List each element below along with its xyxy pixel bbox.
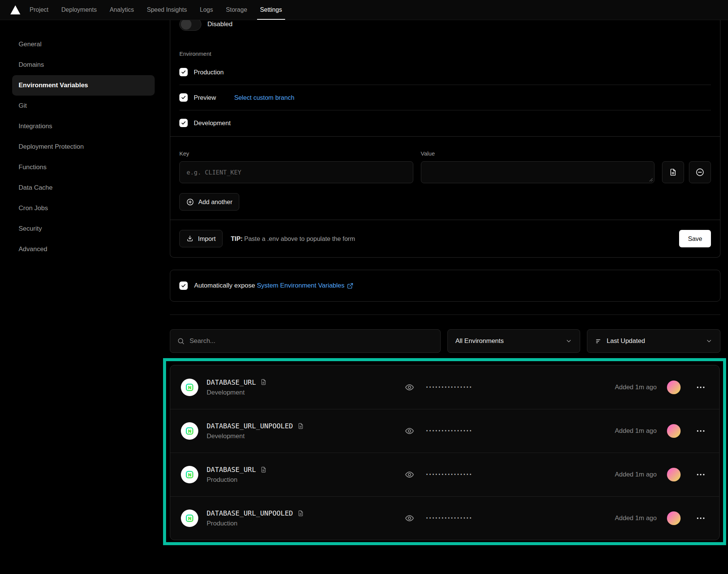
- row-menu-button[interactable]: [693, 423, 709, 439]
- sidebar-item-advanced[interactable]: Advanced: [12, 239, 155, 259]
- remove-row-button[interactable]: [689, 161, 711, 183]
- import-button[interactable]: Import: [179, 230, 223, 247]
- masked-value: •••••••••••••••: [426, 385, 473, 390]
- toggle-label: Disabled: [207, 20, 232, 28]
- preview-checkbox[interactable]: [179, 93, 188, 102]
- env-var-environment: Production: [207, 476, 267, 484]
- sort-dropdown[interactable]: Last Updated: [587, 329, 720, 353]
- file-text-icon[interactable]: [260, 466, 267, 473]
- select-custom-branch-link[interactable]: Select custom branch: [234, 94, 295, 101]
- avatar: [667, 424, 681, 438]
- neon-integration-icon: [181, 422, 198, 440]
- sidebar-item-cron-jobs[interactable]: Cron Jobs: [12, 198, 155, 219]
- avatar: [667, 381, 681, 394]
- row-menu-button[interactable]: [693, 379, 709, 395]
- environment-production-row: Production: [179, 60, 711, 85]
- preview-checkbox-label: Preview: [194, 94, 216, 101]
- table-row[interactable]: DATABASE_URL_UNPOOLED Development ••••••…: [170, 409, 719, 453]
- check-icon: [181, 69, 186, 75]
- sidebar-item-general[interactable]: General: [12, 34, 155, 55]
- masked-value: •••••••••••••••: [426, 516, 473, 521]
- annotation-highlight-box: DATABASE_URL Development •••••••••••••••…: [163, 358, 726, 545]
- file-icon: [669, 168, 677, 176]
- sidebar-item-git[interactable]: Git: [12, 96, 155, 116]
- nav-tab-analytics[interactable]: Analytics: [109, 0, 135, 20]
- section-divider: [170, 315, 720, 315]
- added-timestamp: Added 1m ago: [615, 471, 657, 478]
- sidebar-item-functions[interactable]: Functions: [12, 157, 155, 178]
- settings-sidebar: General Domains Environment Variables Gi…: [0, 20, 170, 259]
- table-row[interactable]: DATABASE_URL_UNPOOLED Production •••••••…: [170, 496, 719, 540]
- eye-icon[interactable]: [405, 426, 414, 436]
- environments-filter-dropdown[interactable]: All Environments: [447, 329, 580, 353]
- env-var-name: DATABASE_URL: [207, 378, 256, 386]
- eye-icon[interactable]: [405, 382, 414, 392]
- vercel-triangle-logo[interactable]: [10, 0, 20, 20]
- avatar: [667, 468, 681, 481]
- sort-lines-icon: [595, 338, 602, 345]
- nav-tab-settings[interactable]: Settings: [259, 0, 283, 20]
- key-input[interactable]: [179, 161, 413, 183]
- file-text-icon[interactable]: [297, 423, 304, 429]
- added-timestamp: Added 1m ago: [615, 384, 657, 391]
- system-env-link[interactable]: System Environment Variables: [257, 282, 353, 289]
- download-icon: [186, 235, 194, 242]
- nav-tab-project[interactable]: Project: [29, 0, 49, 20]
- eye-icon[interactable]: [405, 513, 414, 523]
- table-row[interactable]: DATABASE_URL Production ••••••••••••••• …: [170, 453, 719, 496]
- eye-icon[interactable]: [405, 470, 414, 480]
- nav-tabs: Project Deployments Analytics Speed Insi…: [29, 0, 283, 20]
- file-text-icon[interactable]: [260, 379, 267, 385]
- system-env-checkbox[interactable]: [179, 281, 188, 290]
- neon-integration-icon: [181, 466, 198, 483]
- value-label: Value: [421, 150, 655, 157]
- nav-tab-deployments[interactable]: Deployments: [61, 0, 97, 20]
- sidebar-item-environment-variables[interactable]: Environment Variables: [12, 75, 155, 96]
- table-row[interactable]: DATABASE_URL Development •••••••••••••••…: [170, 365, 719, 409]
- value-column: Value: [421, 150, 655, 183]
- env-variable-form-card: Disabled Environment Production Preview …: [170, 9, 720, 258]
- neon-integration-icon: [181, 379, 198, 396]
- key-column: Key: [179, 150, 413, 183]
- production-checkbox[interactable]: [179, 68, 188, 76]
- key-value-section: Key Value: [170, 136, 720, 220]
- row-menu-button[interactable]: [693, 467, 709, 483]
- file-text-icon[interactable]: [297, 510, 304, 517]
- avatar: [667, 511, 681, 525]
- nav-tab-speed-insights[interactable]: Speed Insights: [146, 0, 188, 20]
- added-timestamp: Added 1m ago: [615, 427, 657, 435]
- development-checkbox[interactable]: [179, 119, 188, 127]
- row-menu-button[interactable]: [693, 510, 709, 526]
- external-link-icon: [347, 283, 353, 289]
- add-another-label: Add another: [198, 198, 232, 206]
- nav-tab-storage[interactable]: Storage: [225, 0, 248, 20]
- sidebar-item-data-cache[interactable]: Data Cache: [12, 178, 155, 198]
- paste-env-file-button[interactable]: [662, 161, 684, 183]
- nav-tab-logs[interactable]: Logs: [199, 0, 214, 20]
- env-variables-list: DATABASE_URL Development •••••••••••••••…: [170, 365, 720, 540]
- search-input[interactable]: [190, 337, 433, 345]
- sidebar-item-domains[interactable]: Domains: [12, 55, 155, 75]
- env-var-environment: Development: [207, 432, 304, 440]
- masked-value: •••••••••••••••: [426, 428, 473, 434]
- sort-dropdown-label: Last Updated: [607, 337, 701, 345]
- sidebar-item-integrations[interactable]: Integrations: [12, 116, 155, 137]
- check-icon: [181, 95, 186, 100]
- environment-preview-row: Preview Select custom branch: [179, 85, 711, 110]
- value-input[interactable]: [421, 161, 655, 183]
- env-variables-panel: Disabled Environment Production Preview …: [170, 20, 720, 545]
- chevron-down-icon: [706, 338, 712, 344]
- system-env-text: Automatically expose System Environment …: [194, 282, 353, 289]
- sidebar-item-deployment-protection[interactable]: Deployment Protection: [12, 137, 155, 157]
- check-icon: [181, 120, 186, 126]
- sidebar-item-security[interactable]: Security: [12, 219, 155, 239]
- development-checkbox-label: Development: [194, 120, 231, 127]
- plus-circle-icon: [186, 198, 194, 206]
- save-button[interactable]: Save: [679, 230, 711, 247]
- search-box: [170, 329, 441, 353]
- add-another-button[interactable]: Add another: [179, 193, 239, 211]
- search-icon: [177, 337, 185, 345]
- chevron-down-icon: [565, 338, 572, 344]
- system-env-card: Automatically expose System Environment …: [170, 270, 720, 302]
- environment-section: Environment Production Preview Select cu…: [170, 41, 720, 136]
